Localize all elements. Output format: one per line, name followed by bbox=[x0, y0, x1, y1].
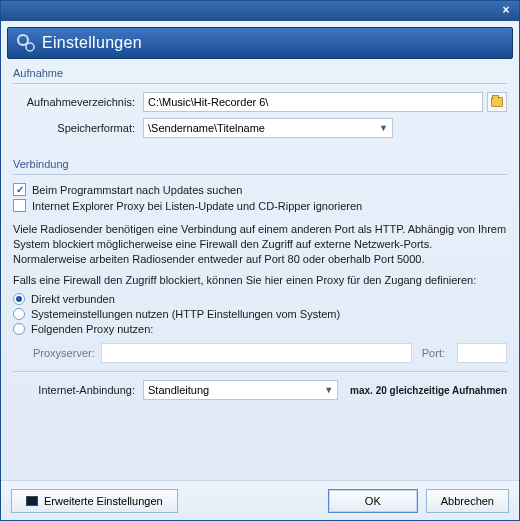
binding-value: Standleitung bbox=[148, 384, 209, 396]
radio-system-label: Systemeinstellungen nutzen (HTTP Einstel… bbox=[31, 308, 340, 320]
checkbox-ieproxy[interactable] bbox=[13, 199, 26, 212]
format-label: Speicherformat: bbox=[13, 122, 143, 134]
radio-custom-label: Folgenden Proxy nutzen: bbox=[31, 323, 153, 335]
format-select[interactable]: \Sendername\Titelname ▼ bbox=[143, 118, 393, 138]
binding-select[interactable]: Standleitung ▼ bbox=[143, 380, 338, 400]
recdir-input[interactable] bbox=[143, 92, 483, 112]
max-recordings-text: max. 20 gleichzeitige Aufnahmen bbox=[350, 385, 507, 396]
gear-icon bbox=[16, 33, 36, 53]
section-aufnahme-label: Aufnahme bbox=[13, 67, 507, 79]
close-icon[interactable]: × bbox=[497, 3, 515, 19]
checkbox-ieproxy-label: Internet Explorer Proxy bei Listen-Updat… bbox=[32, 200, 362, 212]
svg-point-1 bbox=[26, 43, 34, 51]
rule bbox=[13, 174, 507, 175]
monitor-icon bbox=[26, 496, 38, 506]
checkbox-updates[interactable] bbox=[13, 183, 26, 196]
svg-point-0 bbox=[18, 35, 28, 45]
proxyserver-input[interactable] bbox=[101, 343, 412, 363]
radio-custom[interactable] bbox=[13, 323, 25, 335]
recdir-label: Aufnahmeverzeichnis: bbox=[13, 96, 143, 108]
ok-label: OK bbox=[365, 495, 381, 507]
cancel-button[interactable]: Abbrechen bbox=[426, 489, 509, 513]
proxyserver-label: Proxyserver: bbox=[33, 347, 95, 359]
cancel-label: Abbrechen bbox=[441, 495, 494, 507]
chevron-down-icon: ▼ bbox=[379, 123, 388, 133]
folder-icon bbox=[491, 97, 503, 107]
section-verbindung-label: Verbindung bbox=[13, 158, 507, 170]
window-title: Einstellungen bbox=[42, 34, 142, 52]
info-text-1: Viele Radiosender benötigen eine Verbind… bbox=[13, 222, 507, 267]
header: Einstellungen bbox=[7, 27, 513, 59]
radio-direct-label: Direkt verbunden bbox=[31, 293, 115, 305]
format-value: \Sendername\Titelname bbox=[148, 122, 265, 134]
binding-label: Internet-Anbindung: bbox=[13, 384, 143, 396]
browse-folder-button[interactable] bbox=[487, 92, 507, 112]
titlebar: × bbox=[1, 1, 519, 21]
checkbox-updates-label: Beim Programmstart nach Updates suchen bbox=[32, 184, 242, 196]
radio-system[interactable] bbox=[13, 308, 25, 320]
footer: Erweiterte Einstellungen OK Abbrechen bbox=[1, 480, 519, 520]
rule bbox=[13, 371, 507, 372]
chevron-down-icon: ▼ bbox=[324, 385, 333, 395]
advanced-settings-button[interactable]: Erweiterte Einstellungen bbox=[11, 489, 178, 513]
ok-button[interactable]: OK bbox=[328, 489, 418, 513]
proxyport-label: Port: bbox=[422, 347, 445, 359]
info-text-2: Falls eine Firewall den Zugriff blockier… bbox=[13, 273, 507, 288]
rule bbox=[13, 83, 507, 84]
radio-direct[interactable] bbox=[13, 293, 25, 305]
advanced-settings-label: Erweiterte Einstellungen bbox=[44, 495, 163, 507]
proxyport-input[interactable] bbox=[457, 343, 507, 363]
